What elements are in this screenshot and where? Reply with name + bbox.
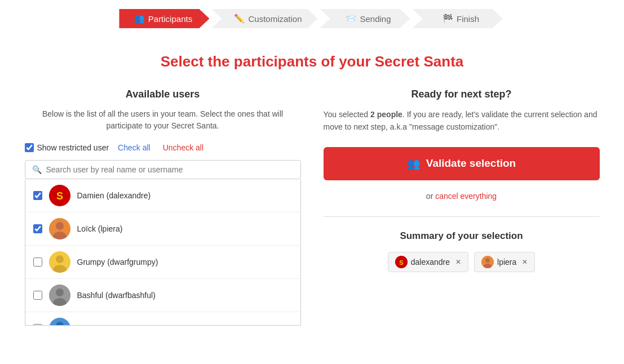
tag-remove-button[interactable]: ✕	[522, 258, 528, 266]
left-panel-desc: Below is the list of all the users in yo…	[25, 108, 301, 132]
user-name: Sneezy (dwarfsneezy)	[77, 324, 156, 326]
user-row[interactable]: Loïck (lpiera)	[25, 212, 300, 246]
user-checkbox[interactable]	[33, 291, 42, 300]
svg-point-17	[485, 258, 490, 263]
page-title: Select the participants of your Secret S…	[0, 53, 624, 70]
tag-label: lpiera	[497, 258, 516, 267]
right-panel-title: Ready for next step?	[324, 88, 600, 100]
svg-point-3	[56, 222, 64, 230]
tag-label: dalexandre	[411, 258, 450, 267]
step-sending[interactable]: 📨 Sending	[320, 9, 410, 28]
tag-remove-button[interactable]: ✕	[455, 258, 461, 266]
sending-icon: 📨	[346, 14, 356, 24]
summary-title: Summary of your selection	[324, 230, 600, 242]
tag-avatar: S	[395, 256, 408, 268]
wizard-bar: 👥 Participants ✏️ Customization 📨 Sendin…	[0, 0, 624, 39]
step-finish[interactable]: 🏁 Finish	[413, 9, 503, 28]
user-avatar	[49, 318, 70, 326]
svg-text:S: S	[56, 190, 63, 202]
check-all-button[interactable]: Check all	[114, 142, 154, 153]
show-restricted-checkbox[interactable]	[25, 143, 34, 152]
search-box: 🔍	[25, 160, 301, 179]
user-checkbox[interactable]	[33, 191, 42, 200]
user-avatar	[49, 285, 70, 306]
uncheck-all-button[interactable]: Uncheck all	[160, 142, 207, 153]
user-checkbox[interactable]	[33, 258, 42, 267]
user-row[interactable]: Sneezy (dwarfsneezy)	[25, 312, 300, 326]
left-panel: Available users Below is the list of all…	[25, 88, 301, 326]
show-restricted-text: Show restricted user	[37, 143, 109, 152]
controls-row: Show restricted user Check all Uncheck a…	[25, 142, 301, 153]
user-name: Bashful (dwarfbashful)	[77, 291, 156, 300]
search-icon: 🔍	[32, 165, 42, 174]
right-desc-prefix: You selected	[324, 110, 371, 119]
svg-text:S: S	[399, 259, 403, 266]
user-row[interactable]: Bashful (dwarfbashful)	[25, 279, 300, 312]
validate-label: Validate selection	[426, 157, 516, 170]
user-row[interactable]: Grumpy (dwarfgrumpy)	[25, 246, 300, 279]
validate-selection-button[interactable]: 👥 Validate selection	[324, 147, 600, 180]
user-checkbox[interactable]	[33, 324, 42, 326]
user-row[interactable]: SDamien (dalexandre)	[25, 179, 300, 212]
user-list: SDamien (dalexandre)Loïck (lpiera)Grumpy…	[25, 179, 301, 326]
tag-avatar	[481, 256, 494, 268]
step-customization[interactable]: ✏️ Customization	[211, 9, 317, 28]
step-sending-label: Sending	[360, 14, 391, 24]
divider	[324, 216, 600, 217]
participants-icon: 👥	[134, 14, 145, 24]
svg-point-6	[56, 255, 64, 263]
step-participants[interactable]: 👥 Participants	[119, 9, 209, 28]
step-customization-label: Customization	[248, 14, 302, 24]
step-finish-label: Finish	[457, 14, 479, 24]
or-cancel-row: or cancel everything	[324, 192, 600, 201]
or-label: or	[426, 192, 433, 201]
user-avatar: S	[49, 185, 70, 206]
user-avatar	[49, 251, 70, 273]
user-name: Loïck (lpiera)	[77, 224, 123, 233]
step-participants-label: Participants	[148, 14, 192, 24]
user-checkbox[interactable]	[33, 224, 42, 233]
user-name: Damien (dalexandre)	[77, 191, 151, 200]
user-name: Grumpy (dwarfgrumpy)	[77, 258, 158, 267]
user-avatar	[49, 218, 70, 239]
summary-tag: Sdalexandre✕	[388, 252, 468, 272]
right-panel: Ready for next step? You selected 2 peop…	[324, 88, 600, 326]
right-desc-count: 2 people	[370, 110, 402, 119]
svg-point-9	[56, 288, 64, 296]
main-content: Available users Below is the list of all…	[14, 88, 611, 326]
right-panel-desc: You selected 2 people. If you are ready,…	[324, 108, 600, 134]
search-input[interactable]	[46, 165, 294, 174]
summary-tag: lpiera✕	[474, 252, 535, 272]
summary-tags: Sdalexandre✕lpiera✕	[324, 252, 600, 272]
validate-icon: 👥	[407, 157, 421, 170]
cancel-everything-button[interactable]: cancel everything	[435, 192, 497, 201]
show-restricted-label[interactable]: Show restricted user	[25, 143, 109, 152]
customization-icon: ✏️	[234, 14, 245, 24]
finish-icon: 🏁	[442, 14, 453, 24]
left-panel-title: Available users	[25, 88, 301, 100]
